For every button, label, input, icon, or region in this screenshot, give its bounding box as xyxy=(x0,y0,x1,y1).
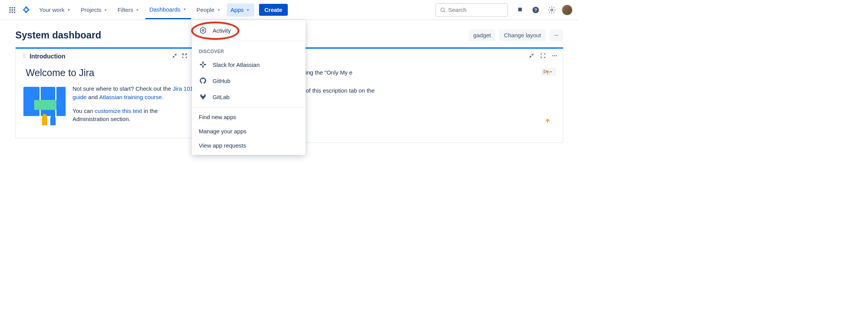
svg-point-21 xyxy=(25,57,25,58)
svg-point-14 xyxy=(556,35,557,36)
gitlab-icon xyxy=(199,93,207,101)
menu-item-label: GitLab xyxy=(213,94,229,100)
introduction-widget: Introduction Welcome to Jira xyxy=(15,47,203,138)
nav-apps[interactable]: Apps xyxy=(227,3,254,17)
apps-menu-github[interactable]: GitHub xyxy=(192,73,305,89)
svg-point-9 xyxy=(441,8,444,11)
nav-filters[interactable]: Filters xyxy=(114,1,144,19)
chevron-down-icon xyxy=(216,7,221,13)
svg-point-27 xyxy=(556,55,557,56)
svg-point-18 xyxy=(23,55,24,56)
priority-up-icon xyxy=(545,70,551,77)
jira-logo-icon[interactable] xyxy=(21,5,31,15)
activity-icon xyxy=(199,26,207,35)
training-link[interactable]: Atlassian training course xyxy=(99,94,162,100)
maximize-icon[interactable] xyxy=(182,53,188,60)
apps-dropdown-menu: Activity DISCOVER Slack for Atlassian Gi… xyxy=(192,20,305,155)
chevron-down-icon xyxy=(66,7,71,13)
apps-menu-view-requests[interactable]: View app requests xyxy=(192,138,305,153)
nav-label: People xyxy=(196,7,215,13)
maximize-icon[interactable] xyxy=(540,53,546,60)
svg-rect-8 xyxy=(14,12,15,13)
slack-icon xyxy=(199,60,207,69)
svg-rect-5 xyxy=(14,9,15,10)
apps-menu-slack[interactable]: Slack for Atlassian xyxy=(192,56,305,73)
chevron-down-icon xyxy=(103,7,108,13)
svg-rect-31 xyxy=(202,65,203,68)
svg-rect-2 xyxy=(14,7,15,8)
user-avatar[interactable] xyxy=(562,5,573,15)
svg-point-17 xyxy=(25,54,25,55)
nav-projects[interactable]: Projects xyxy=(77,1,112,19)
github-icon xyxy=(199,76,207,85)
top-navigation: Your work Projects Filters Dashboards Pe… xyxy=(0,0,579,20)
nav-label: Dashboards xyxy=(149,6,180,13)
nav-label: Your work xyxy=(39,7,64,13)
svg-rect-6 xyxy=(10,12,11,13)
widget-more-icon[interactable] xyxy=(551,53,558,60)
svg-point-16 xyxy=(23,54,24,55)
svg-point-25 xyxy=(552,55,553,56)
menu-item-label: Manage your apps xyxy=(199,128,246,134)
menu-item-label: Find new apps xyxy=(199,114,236,120)
search-icon xyxy=(440,7,446,13)
welcome-heading: Welcome to Jira xyxy=(23,67,195,78)
customize-link[interactable]: customize this text xyxy=(95,108,142,114)
create-button[interactable]: Create xyxy=(259,4,288,16)
menu-item-label: View app requests xyxy=(199,142,246,149)
dashboard-more-button[interactable] xyxy=(550,30,563,41)
help-icon[interactable]: ? xyxy=(530,4,542,16)
change-layout-button[interactable]: Change layout xyxy=(499,29,546,41)
drag-handle-icon[interactable] xyxy=(21,53,27,60)
minimize-icon[interactable] xyxy=(528,53,535,60)
chevron-down-icon xyxy=(135,7,140,13)
settings-icon[interactable] xyxy=(546,4,558,16)
app-switcher-icon[interactable] xyxy=(6,4,18,16)
intro-text: Not sure where to start? Check out the J… xyxy=(73,85,195,129)
svg-point-20 xyxy=(23,57,24,58)
notifications-icon[interactable] xyxy=(513,4,526,16)
svg-point-29 xyxy=(202,30,204,32)
menu-item-label: Activity xyxy=(213,27,231,34)
priority-up-icon xyxy=(545,118,551,126)
nav-label: Apps xyxy=(231,7,244,13)
apps-menu-find[interactable]: Find new apps xyxy=(192,110,305,124)
nav-label: Filters xyxy=(117,7,133,13)
svg-rect-4 xyxy=(12,9,13,10)
svg-point-15 xyxy=(558,35,558,36)
svg-rect-0 xyxy=(10,7,11,8)
svg-point-26 xyxy=(554,55,555,56)
menu-item-label: Slack for Atlassian xyxy=(213,61,260,68)
nav-your-work[interactable]: Your work xyxy=(35,1,75,19)
search-field[interactable] xyxy=(448,7,498,13)
svg-point-13 xyxy=(555,35,556,36)
chevron-down-icon xyxy=(182,7,187,12)
apps-menu-manage[interactable]: Manage your apps xyxy=(192,124,305,138)
intro-illustration xyxy=(23,85,66,123)
svg-point-19 xyxy=(25,55,25,56)
discover-heading: DISCOVER xyxy=(192,43,305,56)
svg-rect-7 xyxy=(12,12,13,13)
svg-rect-1 xyxy=(12,7,13,8)
nav-dashboards[interactable]: Dashboards xyxy=(145,1,191,19)
minimize-icon[interactable] xyxy=(172,53,178,60)
svg-marker-28 xyxy=(200,27,205,34)
search-input[interactable] xyxy=(435,3,508,17)
svg-rect-30 xyxy=(202,61,203,64)
add-gadget-button[interactable]: gadget xyxy=(469,29,495,41)
nav-label: Projects xyxy=(81,7,101,13)
apps-menu-gitlab[interactable]: GitLab xyxy=(192,89,305,105)
chevron-down-icon xyxy=(245,7,251,13)
svg-rect-32 xyxy=(200,64,203,65)
more-icon xyxy=(554,32,559,38)
svg-rect-3 xyxy=(10,9,11,10)
page-title: System dashboard xyxy=(15,30,101,41)
svg-text:?: ? xyxy=(534,7,537,12)
nav-people[interactable]: People xyxy=(193,1,225,19)
widget-title-text: Introduction xyxy=(30,53,65,60)
svg-rect-33 xyxy=(204,64,206,65)
menu-item-label: GitHub xyxy=(213,78,231,84)
svg-point-12 xyxy=(551,9,553,11)
apps-menu-activity[interactable]: Activity xyxy=(192,22,305,38)
